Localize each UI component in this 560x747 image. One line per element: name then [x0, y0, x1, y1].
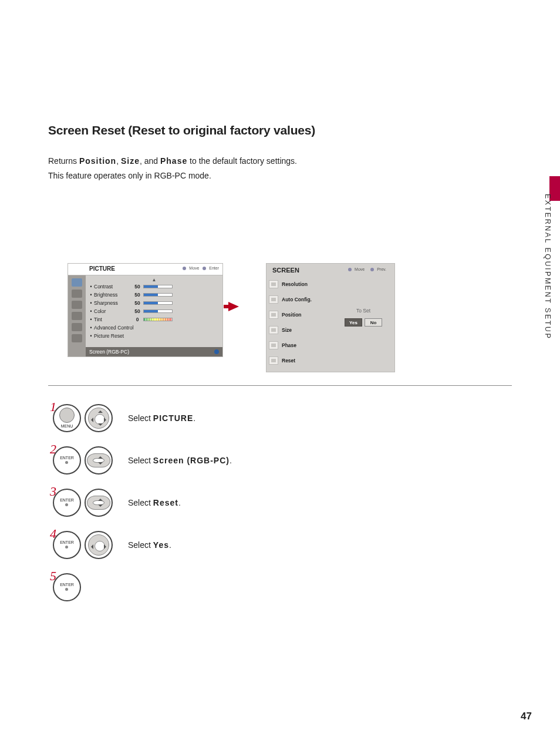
step-3: 3 ENTER Select Reset. [47, 486, 232, 519]
yes-button[interactable]: Yes [345, 318, 362, 327]
enter-button-label: ENTER [60, 540, 74, 550]
position-icon [269, 311, 278, 319]
step-bold: Screen (RGB-PC) [153, 456, 230, 465]
sidebar-icon-2 [72, 290, 82, 298]
osd-selected-row: Screen (RGB-PC) [86, 347, 222, 356]
scroll-up-icon: ▲ [88, 278, 220, 282]
row-value: 50 [131, 292, 143, 298]
step-1-text: Select PICTURE. [128, 413, 195, 423]
screen-item-position: Position [269, 308, 328, 321]
osd-row-contrast: •Contrast50 [88, 282, 220, 291]
intro-c1: , [116, 156, 121, 166]
step-2: 2 ENTER Select Screen (RGB-PC). [47, 444, 232, 477]
item-label: Position [282, 312, 302, 318]
intro-text: Returns Position, Size, and Phase to the… [48, 154, 506, 183]
step-number: 4 [47, 529, 56, 539]
resolution-icon [269, 280, 278, 288]
phase-icon [269, 341, 278, 349]
sidebar-icon-5 [72, 323, 82, 331]
osd-row-picturereset: •Picture Reset [88, 332, 220, 340]
section-divider [48, 385, 512, 386]
step-number: 1 [47, 402, 56, 412]
enter-dot-icon [65, 546, 68, 549]
row-value: 50 [131, 300, 143, 306]
sidebar-icon-4 [72, 312, 82, 320]
osd-row-tint: •Tint0 [88, 315, 220, 324]
hint-enter: Enter [209, 266, 219, 270]
row-value: 50 [131, 284, 143, 290]
osd-screen-hints: Move Prev. [348, 267, 391, 271]
dpad-horizontal-button [85, 531, 113, 559]
sidebar-icon-1 [72, 278, 82, 287]
screen-item-phase: Phase [269, 339, 328, 352]
screen-item-size: Size [269, 324, 328, 337]
step-number: 5 [47, 571, 56, 581]
step-2-text: Select Screen (RGB-PC). [128, 456, 232, 465]
reset-icon [269, 356, 278, 365]
size-icon [269, 326, 278, 334]
enter-button-label: ENTER [60, 456, 74, 465]
enter-dot-icon [214, 349, 219, 354]
screen-item-autoconfig: Auto Config. [269, 293, 328, 306]
enter-remote-button: ENTER [53, 531, 81, 559]
osd-row-brightness: •Brightness50 [88, 291, 220, 299]
enter-remote-button: ENTER [53, 446, 81, 475]
dpad-vertical-button [85, 446, 113, 475]
osd-screen-menu: SCREEN Move Prev. Resolution Auto Config… [266, 263, 395, 372]
enter-icon [203, 267, 206, 270]
sidebar-icon-6 [72, 334, 82, 342]
step-post: . [169, 540, 171, 550]
step-5: 5 ENTER [47, 571, 232, 604]
row-label: Contrast [94, 284, 131, 290]
osd-selected-label: Screen (RGB-PC) [89, 349, 129, 355]
slider-bar [143, 301, 173, 305]
hint-prev: Prev. [377, 267, 386, 271]
item-label: Resolution [282, 281, 308, 287]
osd-picture-hints: Move Enter [183, 266, 219, 270]
row-label: Sharpness [94, 300, 131, 306]
step-pre: Select [128, 456, 153, 465]
step-post: . [230, 456, 232, 465]
step-pre: Select [128, 540, 153, 550]
prev-icon [370, 268, 374, 271]
enter-dot-icon [65, 503, 68, 506]
arrow-right-icon [228, 302, 239, 311]
item-label: Auto Config. [282, 297, 312, 302]
step-number: 2 [47, 444, 56, 455]
step-pre: Select [128, 498, 153, 507]
intro-phase: Phase [160, 156, 187, 166]
row-label: Tint [94, 317, 131, 322]
slider-bar [143, 293, 173, 297]
row-value: 50 [131, 308, 143, 314]
no-button[interactable]: No [365, 318, 382, 327]
slider-bar-tint [143, 318, 173, 321]
hint-move: Move [189, 266, 199, 270]
enter-remote-button: ENTER [53, 573, 81, 601]
slider-bar [143, 309, 173, 313]
osd-picture-menu: PICTURE Move Enter ▲ •Contrast50 •Bright… [68, 263, 223, 357]
item-label: Reset [282, 358, 295, 364]
enter-button-label: ENTER [60, 583, 74, 592]
row-label: Brightness [94, 292, 131, 298]
screen-item-resolution: Resolution [269, 278, 328, 291]
step-1: 1 MENU Select PICTURE. [47, 402, 232, 435]
osd-row-sharpness: •Sharpness50 [88, 299, 220, 307]
osd-row-color: •Color50 [88, 307, 220, 315]
osd-picture-sidebar [68, 275, 86, 356]
item-label: Phase [282, 342, 296, 348]
intro-line2: This feature operates only in RGB-PC mod… [48, 171, 211, 180]
step-number: 3 [47, 486, 56, 497]
item-label: Size [282, 327, 292, 333]
page-title: Screen Reset (Reset to original factory … [48, 123, 506, 137]
osd-picture-title: PICTURE [89, 265, 115, 272]
enter-button-label: ENTER [60, 498, 74, 507]
osd-row-advanced: •Advanced Control [88, 324, 220, 332]
sidebar-icon-3 [72, 301, 82, 309]
step-bold: PICTURE [153, 413, 193, 423]
step-bold: Reset [153, 498, 178, 507]
step-pre: Select [128, 413, 153, 423]
row-label: Color [94, 308, 131, 314]
slider-bar [143, 285, 173, 288]
osd-screen-title: SCREEN [272, 267, 299, 274]
move-icon [183, 267, 186, 270]
